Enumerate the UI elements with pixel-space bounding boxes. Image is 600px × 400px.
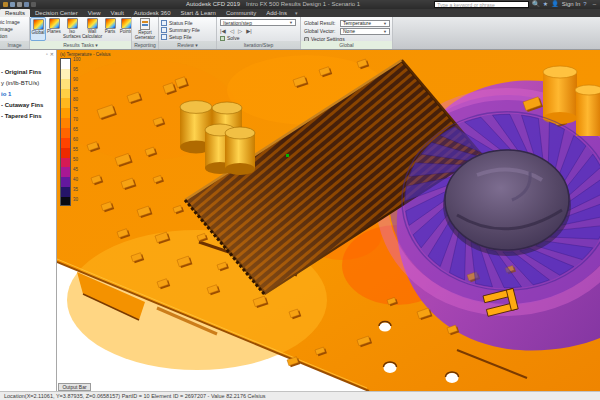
task-button-wall-calculator[interactable]: Wall Calculator (82, 17, 102, 41)
global-vector-dropdown[interactable]: None ▼ (340, 28, 390, 35)
chevron-down-icon: ▼ (289, 20, 293, 25)
ribbon-tabs: ResultsDecision CenterViewVaultAutodesk … (0, 9, 292, 17)
playback-last-icon[interactable]: ▶| (246, 28, 252, 34)
help-icon[interactable]: ? (583, 0, 586, 9)
ribbon-tab-start-learn[interactable]: Start & Learn (176, 9, 221, 17)
panel-label-review[interactable]: Review ▾ (159, 41, 216, 49)
result-cube-icon (105, 18, 116, 29)
sign-in-label[interactable]: Sign In (562, 0, 581, 9)
search-icon[interactable]: 🔍 (532, 0, 540, 9)
ribbon-panel-iteration-step: Iteration/step ▼ |◀◁▷▶| Solve Iteration/… (217, 17, 301, 49)
status-bar: Location(X=2.11061, Y=3.87935, Z=0.06581… (0, 391, 600, 400)
task-button-label: Points (120, 30, 132, 35)
review-item-label: Status File (169, 20, 193, 26)
ribbon-item-static-image[interactable]: Static Image (0, 26, 30, 33)
viewport-3d[interactable] (57, 50, 600, 391)
ribbon-panel-reporting: Report Generator Reporting (132, 17, 159, 49)
document-title: Intro FX 500 Results Design 1 - Scenario… (246, 0, 360, 9)
ribbon-tab-vault[interactable]: Vault (106, 9, 129, 17)
ribbon: Dynamic ImageStatic ImageAnimation Image… (0, 17, 600, 50)
ribbon-tab-bar: ResultsDecision CenterViewVaultAutodesk … (0, 9, 600, 17)
global-vector-label: Global Vector: (304, 28, 338, 34)
task-button-iso-surfaces[interactable]: Iso Surfaces (62, 17, 82, 41)
close-icon[interactable]: ✕ (50, 51, 54, 58)
ribbon-panel-image: Dynamic ImageStatic ImageAnimation Image (0, 17, 30, 49)
solve-icon (220, 36, 225, 41)
result-cube-icon (33, 19, 44, 30)
design-tree-item[interactable]: io 1 (0, 90, 56, 98)
panel-label-iteration-step: Iteration/Step (217, 41, 300, 49)
report-generator-button[interactable]: Report Generator (132, 17, 158, 41)
panel-label-results-tasks[interactable]: Results Tasks ▾ (30, 41, 131, 49)
playback-prev-icon[interactable]: ◁ (230, 28, 234, 34)
result-cube-icon (49, 18, 60, 29)
report-generator-label: Report Generator (132, 31, 158, 41)
result-cube-icon (121, 18, 132, 29)
chevron-down-icon: ▼ (383, 21, 387, 26)
redo-icon[interactable] (31, 2, 36, 7)
review-item-label: Setup File (169, 34, 192, 40)
playback-first-icon[interactable]: |◀ (220, 28, 226, 34)
star-icon[interactable]: ★ (543, 0, 548, 9)
task-button-label: Wall Calculator (82, 30, 102, 40)
design-tree-item[interactable]: - Tapered Fins (0, 112, 56, 120)
global-result-label: Global Result: (304, 20, 338, 26)
iteration-step-value: Iteration/step (223, 20, 252, 26)
task-button-parts[interactable]: Parts (102, 17, 118, 41)
panel-label-reporting: Reporting (132, 41, 158, 49)
review-item-summary-file[interactable]: Summary File (161, 26, 216, 33)
open-file-icon[interactable] (10, 2, 15, 7)
fan-hub-dome (445, 150, 569, 250)
ribbon-tab-decision-center[interactable]: Decision Center (30, 9, 83, 17)
ribbon-tab-results[interactable]: Results (0, 9, 30, 17)
user-icon[interactable]: 👤 (551, 0, 559, 9)
review-item-status-file[interactable]: Status File (161, 19, 216, 26)
ribbon-empty-area (393, 17, 600, 49)
thermal-scene[interactable] (57, 50, 600, 391)
new-file-icon[interactable] (3, 2, 8, 7)
ribbon-item-dynamic-image[interactable]: Dynamic Image (0, 19, 30, 26)
task-button-global[interactable]: Global (30, 17, 46, 41)
ribbon-panel-review: Status FileSummary FileSetup File Review… (159, 17, 217, 49)
file-icon (161, 34, 167, 40)
ribbon-panel-results-tasks: GlobalPlanesIso SurfacesWall CalculatorP… (30, 17, 132, 49)
ribbon-tab-autodesk-360[interactable]: Autodesk 360 (129, 9, 176, 17)
task-button-label: Iso Surfaces (62, 30, 82, 40)
file-icon (161, 27, 167, 33)
design-study-bar: ▫ ✕ - Original Finsy (in/lb-BTU/s)io 1- … (0, 50, 57, 391)
task-button-planes[interactable]: Planes (46, 17, 62, 41)
title-bar: Autodesk CFD 2019 Intro FX 500 Results D… (0, 0, 600, 9)
review-item-setup-file[interactable]: Setup File (161, 33, 216, 40)
save-icon[interactable] (17, 2, 22, 7)
ribbon-tab-view[interactable]: View (83, 9, 106, 17)
undo-icon[interactable] (24, 2, 29, 7)
playback-next-icon[interactable]: ▷ (238, 28, 242, 34)
iteration-playback-controls: |◀◁▷▶| (220, 28, 297, 34)
legend-title: (s) Temperature - Celsius (60, 52, 104, 57)
result-cube-icon (67, 18, 78, 29)
design-tree-item[interactable]: - Original Fins (0, 68, 56, 76)
minimize-button[interactable]: – (593, 0, 596, 9)
pin-icon[interactable]: ▫ (46, 51, 48, 58)
ribbon-options-caret-icon[interactable]: ▾ (292, 9, 301, 17)
global-result-value: Temperature (343, 20, 371, 26)
quick-access-toolbar[interactable] (3, 2, 36, 7)
result-cube-icon (87, 18, 98, 29)
search-input[interactable] (434, 1, 529, 8)
ribbon-item-animation[interactable]: Animation (0, 33, 30, 40)
panel-label-image: Image (0, 41, 29, 49)
iteration-step-dropdown[interactable]: Iteration/step ▼ (220, 19, 296, 26)
file-icon (161, 20, 167, 26)
ribbon-tab-add-ins[interactable]: Add-Ins (261, 9, 292, 17)
design-tree-item[interactable]: y (in/lb-BTU/s) (0, 79, 56, 87)
legend-tick-labels: 1009590858075706560555045403530 (71, 58, 91, 206)
ribbon-tab-community[interactable]: Community (221, 9, 261, 17)
design-tree-item[interactable]: - Cutaway Fins (0, 101, 56, 109)
ribbon-panel-global: Global Result: Temperature ▼ Global Vect… (301, 17, 393, 49)
output-bar-tab[interactable]: Output Bar (58, 383, 91, 391)
review-item-label: Summary File (169, 27, 200, 33)
probe-point-marker (286, 154, 289, 157)
task-button-points[interactable]: Points (118, 17, 132, 41)
global-result-dropdown[interactable]: Temperature ▼ (340, 20, 390, 27)
temperature-legend: (s) Temperature - Celsius 10095908580757… (60, 52, 104, 206)
